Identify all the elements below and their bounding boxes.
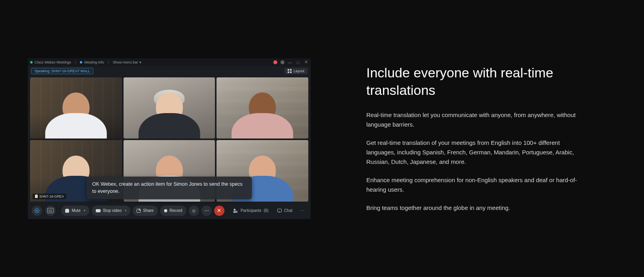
window-dot-red[interactable]: [273, 60, 277, 64]
video-tile-1[interactable]: [30, 77, 122, 139]
window-controls: — □ ✕: [273, 60, 308, 65]
window-titlebar: Cisco Webex Meetings | Meeting Info | Sh…: [28, 58, 311, 66]
participant-name-tag: SHN7-16-GREA: [33, 194, 66, 199]
status-dot-icon: [30, 61, 33, 63]
copy-paragraph-1: Real-time translation let you communicat…: [366, 110, 581, 129]
chevron-down-icon: ▾: [139, 60, 141, 64]
chevron-down-icon[interactable]: ▾: [84, 209, 85, 212]
mic-icon: [65, 209, 69, 213]
cc-icon: cc: [47, 208, 54, 213]
app-title-text: Cisco Webex Meetings: [35, 60, 71, 64]
video-tile-3[interactable]: [217, 77, 308, 139]
copy-heading: Include everyone with real-time translat…: [366, 64, 581, 99]
copy-paragraph-2: Get real-time translation of your meetin…: [366, 138, 581, 167]
window-close-icon[interactable]: ✕: [304, 60, 308, 65]
voice-command-caption: OK Webex, create an action item for Simo…: [87, 177, 252, 199]
layout-label: Layout: [294, 69, 304, 73]
speaking-indicator: Speaking: SHN7-16-GREAT WALL: [31, 68, 93, 74]
app-title: Cisco Webex Meetings: [30, 60, 71, 64]
video-grid: SHN7-16-GREA OK Webex, create an action …: [28, 76, 311, 202]
svg-point-1: [36, 210, 38, 212]
copy-paragraph-4: Bring teams together around the globe in…: [366, 203, 581, 213]
marketing-copy: Include everyone with real-time translat…: [366, 64, 581, 212]
participants-count: (6): [264, 208, 269, 213]
record-icon: [164, 209, 167, 212]
share-icon: [137, 209, 141, 213]
speaking-prefix: Speaking:: [35, 69, 52, 73]
grid-icon: [288, 69, 292, 73]
ellipsis-icon: ⋯: [204, 208, 209, 214]
mute-label: Mute: [72, 208, 80, 213]
show-menu-bar-toggle[interactable]: Show menu bar ▾: [113, 60, 141, 64]
meeting-info-link[interactable]: Meeting Info: [80, 60, 104, 64]
mute-button[interactable]: Mute ▾: [61, 206, 89, 216]
webex-meeting-window: Cisco Webex Meetings | Meeting Info | Sh…: [28, 58, 311, 219]
layout-button[interactable]: Layout: [284, 68, 307, 74]
webex-assistant-button[interactable]: [32, 206, 42, 216]
close-icon: ✕: [217, 208, 221, 214]
mic-icon: [35, 194, 38, 198]
chat-button[interactable]: Chat: [274, 206, 296, 216]
camera-icon: [96, 209, 101, 212]
ellipsis-icon: ⋯: [300, 208, 304, 213]
caption-text: OK Webex, create an action item for Simo…: [92, 181, 242, 194]
closed-captions-button[interactable]: cc: [45, 206, 56, 216]
reactions-button[interactable]: ☺: [189, 206, 199, 216]
people-icon: [233, 209, 238, 213]
stop-video-button[interactable]: Stop video ▾: [92, 206, 130, 216]
assistant-icon: [34, 208, 40, 214]
participants-label: Participants: [240, 208, 261, 213]
share-button[interactable]: Share: [133, 206, 158, 216]
smile-icon: ☺: [191, 208, 196, 214]
record-label: Record: [170, 208, 182, 213]
separator: |: [108, 60, 109, 64]
participants-button[interactable]: Participants (6): [230, 206, 271, 216]
chat-label: Chat: [284, 208, 292, 213]
panel-options-button[interactable]: ⋯: [298, 206, 307, 216]
speaking-name: SHN7-16-GREAT WALL: [52, 69, 90, 73]
window-minimize-icon[interactable]: —: [288, 60, 292, 65]
meeting-info-label: Meeting Info: [84, 60, 104, 64]
chat-icon: [277, 209, 282, 212]
copy-paragraph-3: Enhance meeting comprehension for non-En…: [366, 175, 581, 194]
show-menu-label: Show menu bar: [113, 60, 138, 64]
chevron-down-icon[interactable]: ▾: [125, 209, 126, 212]
stop-video-label: Stop video: [103, 208, 122, 213]
end-call-button[interactable]: ✕: [214, 206, 224, 216]
video-tile-2[interactable]: [124, 77, 215, 139]
separator: |: [75, 60, 76, 64]
window-dot-grey[interactable]: [280, 60, 284, 64]
window-maximize-icon[interactable]: □: [296, 60, 300, 65]
more-options-button[interactable]: ⋯: [201, 206, 212, 216]
record-button[interactable]: Record: [160, 206, 186, 216]
participant-name-text: SHN7-16-GREA: [39, 194, 64, 198]
share-label: Share: [143, 208, 154, 213]
meeting-subbar: Speaking: SHN7-16-GREAT WALL Layout: [28, 66, 311, 76]
info-dot-icon: [80, 61, 82, 63]
meeting-controls: cc Mute ▾ Stop video ▾ Share: [28, 202, 311, 219]
